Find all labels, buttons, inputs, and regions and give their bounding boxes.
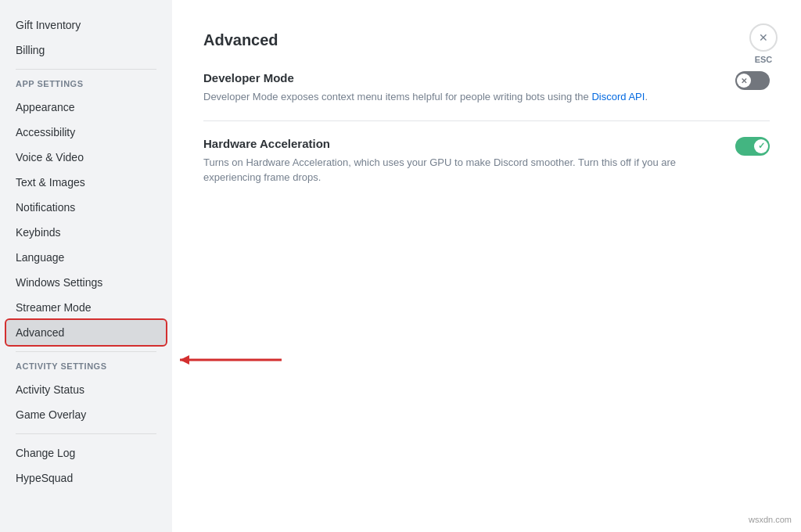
esc-button[interactable]: ✕	[749, 23, 778, 52]
developer-mode-info: Developer Mode Developer Mode exposes co…	[203, 71, 735, 105]
sidebar-item-advanced[interactable]: Advanced	[6, 320, 166, 345]
sidebar: Gift Inventory Billing APP SETTINGS Appe…	[0, 0, 172, 532]
sidebar-item-notifications[interactable]: Notifications	[6, 195, 166, 220]
sidebar-divider-3	[16, 433, 156, 434]
developer-mode-toggle-knob	[737, 74, 751, 88]
sidebar-item-text-images[interactable]: Text & Images	[6, 170, 166, 195]
discord-api-link[interactable]: Discord API	[591, 91, 645, 102]
sidebar-item-game-overlay[interactable]: Game Overlay	[6, 402, 166, 427]
sidebar-item-hypesquad[interactable]: HypeSquad	[6, 466, 166, 491]
sidebar-item-appearance[interactable]: Appearance	[6, 95, 166, 120]
watermark: wsxdn.com	[745, 513, 795, 526]
close-icon: ✕	[759, 31, 768, 44]
settings-divider	[203, 120, 770, 121]
sidebar-item-gift-inventory[interactable]: Gift Inventory	[6, 13, 166, 38]
main-content: ✕ ESC Advanced Developer Mode Developer …	[172, 0, 801, 532]
developer-mode-toggle[interactable]	[735, 71, 770, 90]
developer-mode-name: Developer Mode	[203, 71, 717, 84]
hardware-acceleration-name: Hardware Acceleration	[203, 137, 717, 150]
app-settings-label: APP SETTINGS	[6, 76, 166, 92]
developer-mode-desc-before: Developer Mode exposes context menu item…	[203, 91, 591, 102]
hardware-acceleration-toggle[interactable]	[735, 137, 770, 156]
svg-marker-1	[180, 355, 189, 365]
sidebar-item-language[interactable]: Language	[6, 245, 166, 270]
sidebar-item-keybinds[interactable]: Keybinds	[6, 220, 166, 245]
sidebar-divider-2	[16, 351, 156, 352]
sidebar-item-change-log[interactable]: Change Log	[6, 440, 166, 466]
developer-mode-row: Developer Mode Developer Mode exposes co…	[203, 71, 770, 105]
esc-label: ESC	[755, 55, 773, 64]
activity-settings-label: ACTIVITY SETTINGS	[6, 358, 166, 374]
hardware-acceleration-row: Hardware Acceleration Turns on Hardware …	[203, 137, 770, 185]
sidebar-item-accessibility[interactable]: Accessibility	[6, 120, 166, 145]
hardware-acceleration-info: Hardware Acceleration Turns on Hardware …	[203, 137, 735, 185]
developer-mode-description: Developer Mode exposes context menu item…	[203, 89, 717, 105]
red-arrow-icon	[172, 350, 289, 369]
sidebar-item-streamer-mode[interactable]: Streamer Mode	[6, 295, 166, 320]
sidebar-item-voice-video[interactable]: Voice & Video	[6, 145, 166, 170]
esc-container: ✕ ESC	[749, 23, 778, 64]
red-arrow-annotation	[172, 350, 289, 369]
hardware-acceleration-toggle-knob	[754, 139, 768, 153]
developer-mode-desc-after: .	[645, 91, 648, 102]
hardware-acceleration-description: Turns on Hardware Acceleration, which us…	[203, 155, 717, 185]
sidebar-item-windows-settings[interactable]: Windows Settings	[6, 270, 166, 295]
sidebar-divider-1	[16, 69, 156, 70]
sidebar-item-billing[interactable]: Billing	[6, 38, 166, 63]
sidebar-item-activity-status[interactable]: Activity Status	[6, 377, 166, 402]
page-title: Advanced	[203, 31, 770, 49]
